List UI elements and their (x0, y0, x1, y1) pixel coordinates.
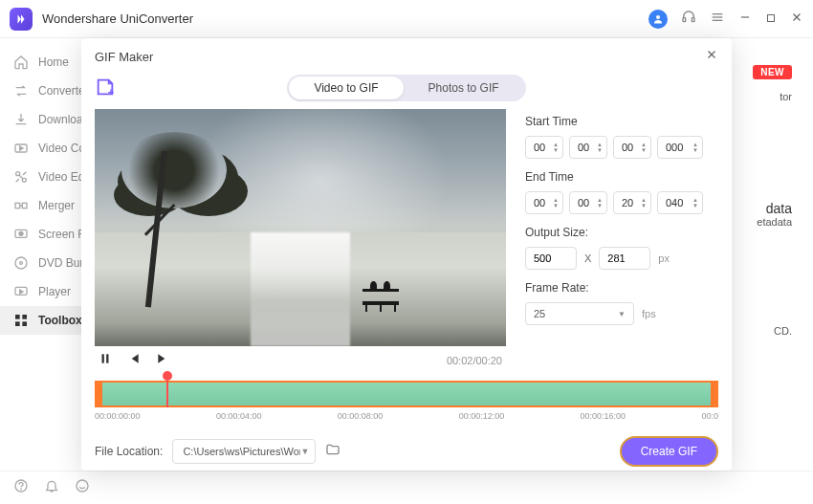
next-button[interactable] (156, 352, 169, 369)
output-size-label: Output Size: (525, 226, 718, 239)
frame-rate-label: Frame Rate: (525, 281, 718, 295)
feedback-icon[interactable] (75, 478, 90, 497)
end-time-label: End Time (525, 170, 718, 184)
chevron-down-icon: ▼ (618, 310, 626, 318)
svg-text:+: + (108, 86, 114, 98)
sidebar-label: Home (38, 55, 69, 69)
sidebar-label: Merger (38, 199, 75, 212)
start-hours-spinner[interactable]: ▲▼ (525, 136, 563, 159)
timeline-ruler: 00:00:00:00 00:00:04:00 00:00:08:00 00:0… (95, 407, 718, 427)
svg-point-17 (15, 257, 27, 269)
px-unit: px (658, 252, 670, 264)
gif-settings: Start Time ▲▼ ▲▼ ▲▼ ▲▼ End Time ▲▼ ▲▼ ▲▼… (525, 109, 718, 375)
start-minutes-spinner[interactable]: ▲▼ (569, 136, 607, 159)
open-folder-button[interactable] (325, 442, 341, 461)
add-media-icon[interactable]: + (95, 77, 116, 98)
player-time: 00:02/00:20 (447, 355, 502, 366)
trim-handle-left[interactable] (95, 381, 102, 407)
svg-point-25 (21, 489, 22, 490)
maximize-button[interactable] (765, 11, 777, 28)
start-time-label: Start Time (525, 115, 718, 128)
bell-icon[interactable] (44, 478, 59, 497)
app-logo (10, 8, 33, 31)
bg-card-fragment: tor (739, 91, 792, 102)
svg-rect-7 (768, 14, 775, 21)
svg-rect-20 (15, 315, 20, 319)
bg-card-fragment: data etadata (735, 201, 792, 228)
svg-rect-30 (102, 354, 104, 362)
output-height-input[interactable] (599, 247, 650, 270)
bg-card-fragment: CD. (725, 325, 792, 337)
svg-point-0 (656, 15, 660, 19)
new-badge: NEW (753, 65, 792, 79)
minimize-button[interactable] (738, 11, 752, 28)
end-minutes-spinner[interactable]: ▲▼ (569, 191, 607, 214)
gif-maker-modal: GIF Maker + Video to GIF Photos to GIF (81, 38, 732, 471)
app-title: Wondershare UniConverter (42, 11, 648, 26)
trim-timeline[interactable] (95, 381, 718, 407)
create-gif-button[interactable]: Create GIF (620, 436, 718, 467)
svg-point-16 (19, 231, 23, 235)
svg-rect-31 (106, 354, 108, 362)
help-icon[interactable] (13, 478, 29, 497)
menu-icon[interactable] (710, 10, 725, 29)
svg-point-26 (77, 480, 88, 492)
player-controls: 00:02/00:20 (95, 346, 506, 375)
start-seconds-spinner[interactable]: ▲▼ (613, 136, 651, 159)
chevron-down-icon[interactable]: ▼ (300, 447, 309, 456)
close-window-button[interactable] (790, 11, 803, 28)
output-width-input[interactable] (525, 247, 577, 270)
modal-title: GIF Maker (95, 50, 705, 64)
trim-handle-right[interactable] (711, 381, 718, 407)
size-separator: X (584, 252, 591, 264)
tab-photos-to-gif[interactable]: Photos to GIF (404, 77, 524, 99)
svg-rect-1 (683, 17, 686, 21)
user-avatar[interactable] (648, 10, 668, 29)
sidebar-label: Toolbox (38, 314, 82, 327)
headset-icon[interactable] (681, 10, 696, 29)
fps-unit: fps (642, 308, 656, 319)
svg-rect-13 (15, 203, 20, 208)
start-ms-spinner[interactable]: ▲▼ (657, 136, 703, 159)
prev-button[interactable] (127, 352, 141, 369)
svg-rect-14 (22, 203, 27, 208)
end-seconds-spinner[interactable]: ▲▼ (613, 191, 651, 214)
playhead[interactable] (166, 371, 168, 405)
file-location-label: File Location: (95, 445, 163, 458)
video-preview[interactable] (95, 109, 506, 346)
close-icon[interactable] (705, 48, 718, 65)
svg-point-18 (20, 262, 23, 265)
tab-video-to-gif[interactable]: Video to GIF (289, 77, 403, 99)
pause-button[interactable] (99, 352, 112, 369)
frame-rate-select[interactable]: 25 ▼ (525, 302, 634, 325)
end-ms-spinner[interactable]: ▲▼ (657, 191, 703, 214)
svg-rect-23 (22, 321, 27, 326)
svg-rect-2 (692, 17, 694, 21)
mode-tabs: Video to GIF Photos to GIF (287, 75, 525, 101)
title-bar: Wondershare UniConverter (0, 0, 813, 38)
sidebar-label: Player (38, 285, 71, 298)
svg-rect-22 (15, 321, 20, 326)
file-location-input[interactable]: ▼ (172, 439, 316, 464)
svg-rect-21 (22, 315, 27, 319)
end-hours-spinner[interactable]: ▲▼ (525, 191, 563, 214)
